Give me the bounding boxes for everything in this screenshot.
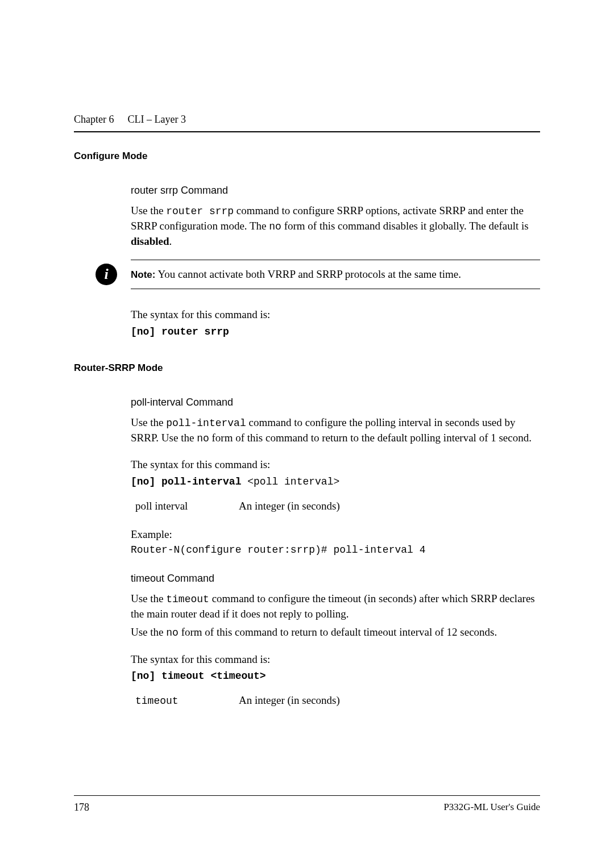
parameter-name: poll interval xyxy=(131,500,239,512)
inline-code: no xyxy=(269,221,281,232)
subsection-title: timeout Command xyxy=(131,573,540,585)
footer-row: 178 P332G-ML User's Guide xyxy=(74,802,540,813)
mode-header-router-srrp: Router-SRRP Mode xyxy=(74,362,540,374)
page-content: Chapter 6 CLI – Layer 3 Configure Mode r… xyxy=(0,0,614,741)
inline-code: poll-interval xyxy=(166,418,246,429)
note-text: Note: You cannot activate both VRRP and … xyxy=(131,268,461,281)
mode-header-configure: Configure Mode xyxy=(74,151,540,162)
guide-name: P332G-ML User's Guide xyxy=(443,802,540,813)
section-router-srrp: router srrp Command Use the router srrp … xyxy=(131,185,540,249)
example-label: Example: xyxy=(131,528,540,541)
parameter-row: poll interval An integer (in seconds) xyxy=(131,500,540,512)
note-rule-bottom xyxy=(131,289,540,289)
info-icon: i xyxy=(96,264,117,285)
parameter-name: timeout xyxy=(131,694,239,707)
page-number: 178 xyxy=(74,802,89,813)
command-description-2: Use the no form of this command to retur… xyxy=(131,625,540,640)
note-content: i Note: You cannot activate both VRRP an… xyxy=(131,260,540,289)
footer-rule xyxy=(74,795,540,796)
syntax-intro-text: The syntax for this command is: xyxy=(131,457,540,473)
page-footer: 178 P332G-ML User's Guide xyxy=(74,795,540,813)
parameter-description: An integer (in seconds) xyxy=(239,500,540,512)
command-description: Use the timeout command to configure the… xyxy=(131,591,540,622)
subsection-title: poll-interval Command xyxy=(131,397,540,408)
chapter-title: CLI – Layer 3 xyxy=(127,114,185,126)
header-rule xyxy=(74,131,540,132)
syntax-line: [no] router srrp xyxy=(131,326,540,337)
parameter-row: timeout An integer (in seconds) xyxy=(131,694,540,707)
subsection-title: router srrp Command xyxy=(131,185,540,197)
syntax-line: [no] poll-interval <poll interval> xyxy=(131,476,540,487)
syntax-intro-text: The syntax for this command is: xyxy=(131,307,540,323)
syntax-block: The syntax for this command is: [no] rou… xyxy=(131,307,540,337)
section-poll-interval: poll-interval Command Use the poll-inter… xyxy=(131,397,540,556)
running-header: Chapter 6 CLI – Layer 3 xyxy=(74,114,540,126)
syntax-line: [no] timeout <timeout> xyxy=(131,670,540,682)
command-description: Use the poll-interval command to configu… xyxy=(131,415,540,446)
command-description: Use the router srrp command to configure… xyxy=(131,203,540,249)
example-code: Router-N(configure router:srrp)# poll-in… xyxy=(131,544,540,556)
section-timeout: timeout Command Use the timeout command … xyxy=(131,573,540,707)
inline-code: no xyxy=(197,433,209,444)
chapter-label: Chapter 6 xyxy=(74,114,114,126)
note-block: i Note: You cannot activate both VRRP an… xyxy=(131,260,540,289)
inline-code: timeout xyxy=(166,594,209,605)
parameter-description: An integer (in seconds) xyxy=(239,694,540,707)
inline-code: router srrp xyxy=(166,206,234,217)
syntax-intro-text: The syntax for this command is: xyxy=(131,652,540,667)
inline-code: no xyxy=(166,627,179,639)
